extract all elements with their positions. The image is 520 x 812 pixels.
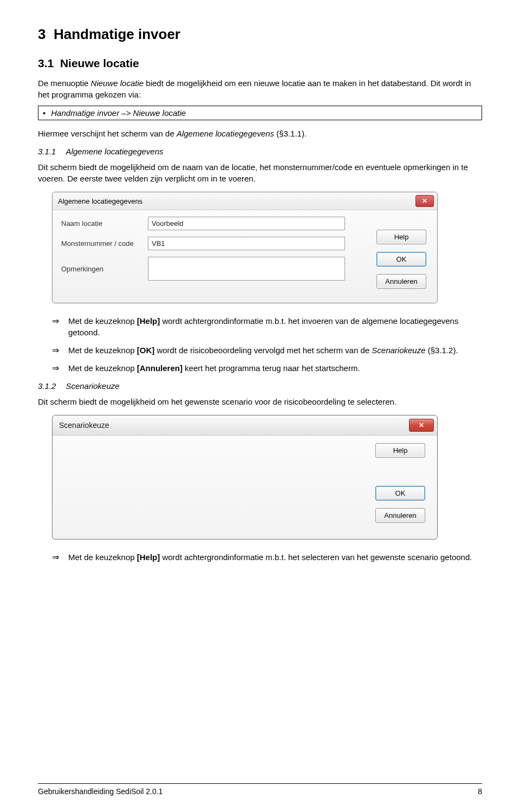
menu-path-box: •Handmatige invoer –> Nieuwe locatie <box>38 106 482 120</box>
dialog2-body: Help OK Annuleren <box>53 436 437 539</box>
dialog-scenariokeuze: Scenariokeuze ✕ Help OK Annuleren <box>52 415 438 540</box>
a2i: Scenariokeuze <box>372 346 425 355</box>
intro-paragraph: De menuoptie Nieuwe locatie biedt de mog… <box>38 77 482 100</box>
section-text: Nieuwe locatie <box>60 57 139 69</box>
footer-page-number: 8 <box>478 787 482 796</box>
row-naam: Naam locatie Voorbeeld <box>61 217 376 230</box>
input-opmerkingen[interactable] <box>148 257 345 281</box>
label-opmerkingen: Opmerkingen <box>61 265 148 273</box>
intro-text-italic: Nieuwe locatie <box>91 79 144 88</box>
subsection-311: 3.1.1Algemene locatiegegevens <box>38 147 482 156</box>
row-monster: Monsternummer / code VB1 <box>61 237 376 250</box>
para2-a: Hiermee verschijnt het scherm van de <box>38 129 177 138</box>
a2d: (§3.1.2). <box>426 346 458 355</box>
b1a: Met de keuzeknop <box>68 553 137 562</box>
arrow-item-annuleren: Met de keuzeknop [Annuleren] keert het p… <box>52 362 482 374</box>
footer-left: Gebruikershandleiding SediSoil 2.0.1 <box>38 787 162 796</box>
para-algemene: Hiermee verschijnt het scherm van de Alg… <box>38 128 482 139</box>
para2-i: Algemene locatiegegevens <box>177 129 274 138</box>
heading-text: Handmatige invoer <box>54 26 180 42</box>
dialog1-titlebar: Algemene locatiegegevens ✕ <box>53 192 437 210</box>
subsub2-num: 3.1.2 <box>38 381 56 391</box>
close-icon[interactable]: ✕ <box>415 195 434 207</box>
subsub2-title: Scenariokeuze <box>66 381 119 391</box>
page-title: 3 Handmatige invoer <box>38 26 482 43</box>
a3c: keert het programma terug naar het start… <box>183 363 360 373</box>
a1b: [Help] <box>137 316 160 326</box>
a2b: [OK] <box>137 346 155 355</box>
arrow-item-help-2: Met de keuzeknop [Help] wordt achtergron… <box>52 551 482 563</box>
page-footer: Gebruikershandleiding SediSoil 2.0.1 8 <box>38 783 482 796</box>
arrow-list-2: Met de keuzeknop [Help] wordt achtergron… <box>38 551 482 563</box>
a2a: Met de keuzeknop <box>68 346 137 355</box>
subsub1-title: Algemene locatiegegevens <box>66 147 163 156</box>
ok-button[interactable]: OK <box>375 486 425 501</box>
annuleren-button[interactable]: Annuleren <box>375 508 425 523</box>
arrow-item-ok: Met de keuzeknop [OK] wordt de risicobeo… <box>52 345 482 356</box>
radio-group-scenario <box>62 443 375 530</box>
b1c: wordt achtergrondinformatie m.b.t. het s… <box>160 553 472 562</box>
close-icon[interactable]: ✕ <box>409 419 434 432</box>
b1b: [Help] <box>137 553 160 562</box>
label-monster: Monsternummer / code <box>61 239 148 248</box>
heading-num: 3 <box>38 26 46 42</box>
help-button[interactable]: Help <box>376 230 426 244</box>
dialog-algemene-locatiegegevens: Algemene locatiegegevens ✕ Naam locatie … <box>52 192 438 303</box>
dialog2-title: Scenariokeuze <box>59 421 109 430</box>
dialog1-title: Algemene locatiegegevens <box>58 197 142 205</box>
annuleren-button[interactable]: Annuleren <box>376 274 426 289</box>
intro-text-a: De menuoptie <box>38 79 91 88</box>
a1a: Met de keuzeknop <box>68 316 137 326</box>
para-311-desc: Dit scherm biedt de mogelijkheid om de n… <box>38 161 482 184</box>
a3b: [Annuleren] <box>137 363 183 373</box>
subsection-312: 3.1.2Scenariokeuze <box>38 381 482 391</box>
para-312-desc: Dit scherm biedt de mogelijkheid om het … <box>38 396 482 407</box>
dialog1-body: Naam locatie Voorbeeld Monsternummer / c… <box>53 210 437 303</box>
para2-b: (§3.1.1). <box>274 129 307 138</box>
section-num: 3.1 <box>38 57 54 69</box>
label-naam: Naam locatie <box>61 219 148 228</box>
section-heading: 3.1 Nieuwe locatie <box>38 57 482 70</box>
menu-path-text: Handmatige invoer –> Nieuwe locatie <box>51 108 186 118</box>
arrow-item-help: Met de keuzeknop [Help] wordt achtergron… <box>52 315 482 338</box>
arrow-list-1: Met de keuzeknop [Help] wordt achtergron… <box>38 315 482 374</box>
bullet-icon: • <box>43 108 46 118</box>
subsub1-num: 3.1.1 <box>38 147 56 156</box>
help-button[interactable]: Help <box>375 443 425 458</box>
ok-button[interactable]: OK <box>376 252 426 267</box>
dialog2-titlebar: Scenariokeuze ✕ <box>53 415 437 436</box>
a3a: Met de keuzeknop <box>68 363 137 373</box>
row-opmerkingen: Opmerkingen <box>61 257 376 281</box>
input-naam-locatie[interactable]: Voorbeeld <box>148 217 345 230</box>
input-monsternummer[interactable]: VB1 <box>148 237 345 250</box>
a2c: wordt de risicobeoordeling vervolgd met … <box>154 346 372 355</box>
